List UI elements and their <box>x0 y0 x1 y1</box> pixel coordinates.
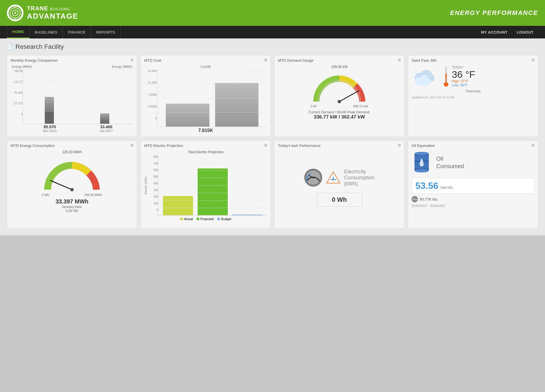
kwh-performance-gear-icon[interactable]: ⚙ <box>398 143 401 148</box>
demand-value: 336.77 kW / 362.47 kW <box>278 114 401 120</box>
svg-line-20 <box>50 181 72 190</box>
monthly-energy-gear-icon[interactable]: ⚙ <box>130 58 134 62</box>
bar2-value: 33.400 <box>81 125 131 129</box>
kwh-performance-title: Today's kwh Performance <box>278 143 401 148</box>
card-monthly-energy: Monthly Energy Comparison ⚙ Energy (MWh)… <box>7 55 137 137</box>
demand-gauge-svg <box>311 70 368 104</box>
mtd-projection-title: MTD Electric Projection <box>144 143 267 148</box>
cost-bar1 <box>166 104 209 127</box>
facility-icon: 📄 <box>7 44 13 50</box>
proj-bar-actual <box>163 196 193 215</box>
consumption-sub: January total: <box>11 205 133 209</box>
card-kwh-performance: Today's kwh Performance ⚙ <box>274 140 404 228</box>
oil-consumed-label: OilConsumed <box>436 155 464 170</box>
oil-barrel-icon <box>412 150 432 174</box>
cost-bar2 <box>215 83 259 127</box>
oil-unit: barrels <box>441 185 453 190</box>
card-mtd-projection: MTD Electric Projection ⚙ Total Electric… <box>141 140 271 228</box>
nav-finance[interactable]: FINANCE <box>63 26 91 38</box>
demand-min: 0 W <box>311 104 316 108</box>
card-mtd-cost: MTD Cost ⚙ Cost($) 15.40K 11.55K 7.699K … <box>141 55 271 137</box>
svg-point-25 <box>312 177 314 178</box>
consumption-min: 0 Wh <box>42 193 49 197</box>
svg-point-34 <box>414 152 429 155</box>
cost-label: Cost($) <box>144 65 267 68</box>
nav-baselines[interactable]: BASELINES <box>30 26 63 38</box>
proj-y1: 0 <box>148 208 158 211</box>
mtd-consumption-gear-icon[interactable]: ⚙ <box>130 143 134 148</box>
weather-gear-icon[interactable]: ⚙ <box>531 58 535 62</box>
consumption-gauge-svg <box>42 155 102 193</box>
energy-y5: 150.89 <box>11 69 23 73</box>
proj-y5: 40k <box>148 182 158 185</box>
legend-projected-dot <box>196 218 199 220</box>
svg-point-15 <box>425 79 431 84</box>
kwh-warning-icon: ! <box>326 170 340 185</box>
oil-date-range: 01/01/2017 - 01/20/2017 <box>412 204 534 207</box>
consumption-max: 250.00 MWh <box>84 193 102 197</box>
energy-y3: 75.445 <box>11 91 23 94</box>
projection-chart-title: Total Electric Projection <box>144 150 267 154</box>
dashboard-grid: Monthly Energy Comparison ⚙ Energy (MWh)… <box>7 55 538 228</box>
svg-point-3 <box>14 12 16 14</box>
oil-value: 53.56 <box>415 181 438 191</box>
nav-my-account[interactable]: MY ACCOUNT <box>476 26 512 38</box>
logo-area: TRANE BUILDING ADVANTAGE <box>7 5 78 21</box>
nav-logout[interactable]: LOGOUT <box>512 26 538 38</box>
cost-y1: 0 <box>144 117 157 120</box>
proj-bar-projected <box>198 168 228 215</box>
consumption-top: 125.00 MWh <box>11 150 133 154</box>
thermometer-icon <box>443 65 449 88</box>
facility-name: Research Facility <box>15 43 64 51</box>
logo-circle <box>7 5 24 21</box>
co2-value: 50.77K lbs <box>420 197 437 201</box>
weather-unit: °F <box>463 69 475 80</box>
header-title: ENERGY PERFORMANCE <box>450 9 538 17</box>
mtd-demand-gear-icon[interactable]: ⚙ <box>398 58 401 62</box>
nav-home[interactable]: HOME <box>7 26 30 38</box>
proj-y2: 10k <box>148 202 158 205</box>
nav-reports[interactable]: REPORTS <box>91 26 120 38</box>
card-monthly-energy-title: Monthly Energy Comparison <box>11 58 133 63</box>
weather-cloud-icon <box>412 66 440 86</box>
cost-y4: 11.55K <box>144 81 157 84</box>
energy-y2: 37.723 <box>11 102 23 105</box>
main-content: 📄 Research Facility Monthly Energy Compa… <box>0 38 545 235</box>
cost-y2: 3.850K <box>144 105 157 108</box>
mtd-cost-gear-icon[interactable]: ⚙ <box>264 58 268 62</box>
legend-projected-label: Projected <box>201 217 214 221</box>
legend-actual-label: Actual <box>184 217 193 221</box>
proj-y9: 80k <box>148 155 158 158</box>
demand-max: 398.72 kW <box>353 104 368 108</box>
kwh-label3: (kWh) <box>344 181 374 187</box>
weather-high: High: 37°F <box>452 79 475 83</box>
svg-point-7 <box>338 100 341 103</box>
facility-header: 📄 Research Facility <box>7 43 538 51</box>
demand-label: Current Demand / Month Peak Demand: <box>278 110 401 114</box>
mtd-cost-title: MTD Cost <box>144 58 267 63</box>
weather-description: Overcast <box>412 89 534 93</box>
proj-y6: 50k <box>148 175 158 178</box>
bar1-value: 85.570 <box>25 125 75 129</box>
legend-actual: Actual <box>180 217 193 221</box>
bar1-date: Dec-2016 <box>25 129 75 133</box>
oil-gear-icon[interactable]: ⚙ <box>531 143 535 148</box>
consumption-sub2: 0.00 Wh <box>11 209 133 213</box>
mtd-projection-gear-icon[interactable]: ⚙ <box>264 143 268 148</box>
consumption-value: 33.397 MWh <box>11 198 133 205</box>
header: TRANE BUILDING ADVANTAGE ENERGY PERFORMA… <box>0 0 545 26</box>
weather-low: Low: 34°F <box>452 83 475 87</box>
trane-logo-icon <box>8 6 22 20</box>
logo-trane-label: TRANE BUILDING <box>27 5 78 12</box>
legend-budget: Budget <box>217 217 231 221</box>
cost-y5: 15.40K <box>144 69 157 73</box>
svg-point-19 <box>445 83 447 86</box>
co2-badge: CO₂ <box>412 196 418 202</box>
bar2-date: Jan-2017 <box>81 129 131 133</box>
nav: HOME BASELINES FINANCE REPORTS MY ACCOUN… <box>0 26 545 38</box>
demand-top-value: 199.36 kW <box>278 65 401 69</box>
svg-rect-17 <box>445 73 447 82</box>
proj-y4: 30k <box>148 189 158 192</box>
kwh-label2: Consumption <box>344 175 374 181</box>
legend-budget-dot <box>217 218 220 220</box>
